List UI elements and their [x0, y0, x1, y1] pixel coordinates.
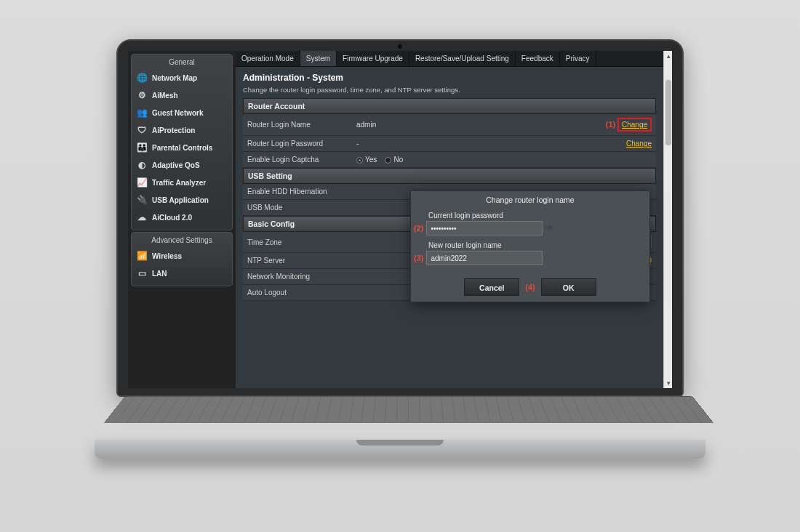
annotation-1: (1) [606, 120, 615, 129]
sidebar-item-parental-controls[interactable]: 👪Parental Controls [132, 139, 232, 156]
annotation-2: (2) [414, 224, 423, 233]
login-password-label: Router Login Password [243, 136, 352, 152]
sidebar: General 🌐Network Map ⚙AiMesh 👥Guest Netw… [128, 51, 236, 388]
new-login-name-input[interactable] [426, 251, 543, 265]
scroll-up-arrow[interactable]: ▴ [665, 52, 671, 60]
change-login-password-link[interactable]: Change [626, 140, 652, 148]
sidebar-item-aimesh[interactable]: ⚙AiMesh [132, 86, 232, 104]
page-description: Change the router login password, time z… [243, 86, 656, 94]
tab-firmware-upgrade[interactable]: Firmware Upgrade [337, 51, 409, 66]
scroll-thumb[interactable] [665, 80, 671, 145]
scroll-down-arrow[interactable]: ▾ [665, 379, 671, 387]
current-password-label: Current login password [411, 209, 649, 221]
sidebar-item-adaptive-qos[interactable]: ◐Adaptive QoS [132, 156, 232, 174]
tab-system[interactable]: System [300, 51, 337, 66]
new-login-name-label: New router login name [411, 238, 649, 251]
eye-off-icon[interactable]: 👁 [545, 223, 557, 233]
cancel-button[interactable]: Cancel [464, 278, 519, 296]
sidebar-item-label: USB Application [152, 196, 209, 204]
annotation-3: (3) [414, 254, 423, 262]
tab-bar: Operation Mode System Firmware Upgrade R… [236, 51, 663, 67]
globe-icon: 🌐 [136, 72, 148, 84]
sidebar-item-aicloud[interactable]: ☁AiCloud 2.0 [132, 209, 232, 226]
sidebar-item-label: Network Map [152, 74, 197, 82]
chart-icon: 📈 [136, 177, 148, 188]
shield-icon: 🛡 [136, 124, 148, 136]
lan-icon: ▭ [136, 267, 148, 279]
login-password-value: - [352, 136, 561, 152]
sidebar-item-label: AiCloud 2.0 [152, 214, 192, 222]
login-name-label: Router Login Name [243, 114, 352, 136]
cloud-icon: ☁ [136, 211, 148, 223]
captcha-yes-label: Yes [365, 156, 377, 164]
page-title: Administration - System [243, 73, 656, 83]
tab-privacy[interactable]: Privacy [560, 51, 596, 66]
ntp-server-label: NTP Server [243, 253, 352, 269]
change-login-name-link[interactable]: Change [617, 118, 652, 132]
captcha-label: Enable Login Captcha [243, 152, 352, 168]
captcha-yes-radio[interactable] [356, 157, 363, 164]
sidebar-general: General 🌐Network Map ⚙AiMesh 👥Guest Netw… [131, 54, 233, 230]
sidebar-item-label: Parental Controls [152, 144, 212, 152]
auto-logout-label: Auto Logout [243, 285, 352, 301]
family-icon: 👪 [136, 142, 148, 153]
network-monitoring-label: Network Monitoring [243, 269, 352, 285]
sidebar-general-title: General [132, 57, 232, 69]
current-password-input[interactable] [426, 221, 543, 235]
sidebar-item-label: AiMesh [152, 92, 178, 100]
usb-icon: 🔌 [136, 194, 148, 206]
sidebar-item-traffic-analyzer[interactable]: 📈Traffic Analyzer [132, 174, 232, 191]
sidebar-item-wireless[interactable]: 📶Wireless [132, 247, 232, 265]
sidebar-item-label: Traffic Analyzer [152, 179, 206, 187]
section-router-account: Router Account [243, 98, 656, 114]
sidebar-advanced-title: Advanced Settings [132, 235, 232, 247]
sidebar-advanced: Advanced Settings 📶Wireless ▭LAN [131, 232, 233, 286]
captcha-no-radio[interactable] [385, 157, 391, 164]
sidebar-item-network-map[interactable]: 🌐Network Map [132, 69, 232, 86]
sidebar-item-aiprotection[interactable]: 🛡AiProtection [132, 121, 232, 139]
usb-mode-label: USB Mode [243, 200, 352, 216]
sidebar-item-label: Adaptive QoS [152, 161, 200, 169]
mesh-icon: ⚙ [136, 89, 148, 101]
sidebar-item-label: AiProtection [152, 126, 195, 134]
scrollbar[interactable]: ▴ ▾ [663, 51, 672, 388]
ok-button[interactable]: OK [541, 278, 596, 296]
gauge-icon: ◐ [136, 159, 148, 171]
annotation-4: (4) [525, 283, 535, 291]
change-login-name-dialog: Change router login name Current login p… [410, 190, 650, 302]
sidebar-item-usb-application[interactable]: 🔌USB Application [132, 191, 232, 209]
section-usb-setting: USB Setting [243, 168, 656, 184]
main-panel: Operation Mode System Firmware Upgrade R… [236, 51, 663, 388]
tab-feedback[interactable]: Feedback [516, 51, 560, 66]
sidebar-item-label: LAN [152, 270, 167, 278]
sidebar-item-lan[interactable]: ▭LAN [132, 265, 232, 282]
captcha-no-label: No [393, 156, 403, 164]
timezone-label: Time Zone [243, 232, 352, 253]
sidebar-item-guest-network[interactable]: 👥Guest Network [132, 104, 232, 121]
login-name-value: admin [352, 114, 561, 136]
dialog-title: Change router login name [411, 191, 649, 209]
tab-restore-save-upload[interactable]: Restore/Save/Upload Setting [409, 51, 516, 66]
hdd-hibernation-label: Enable HDD Hibernation [243, 184, 352, 200]
sidebar-item-label: Guest Network [152, 109, 204, 117]
guests-icon: 👥 [136, 107, 148, 118]
wifi-icon: 📶 [136, 250, 148, 262]
sidebar-item-label: Wireless [152, 252, 182, 260]
tab-operation-mode[interactable]: Operation Mode [236, 51, 300, 66]
